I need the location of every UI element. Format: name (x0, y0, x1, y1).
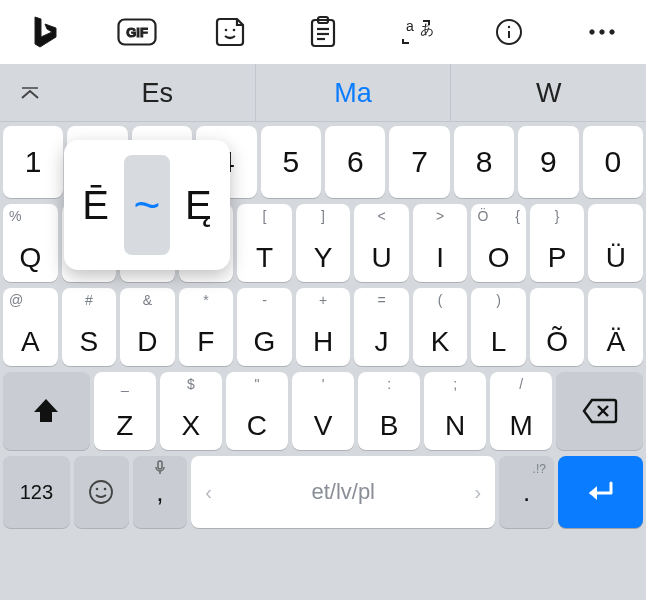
more-icon[interactable] (582, 12, 622, 52)
key-j[interactable]: =J (354, 288, 409, 366)
key-v[interactable]: 'V (292, 372, 354, 450)
key-o-tilde[interactable]: Õ (530, 288, 585, 366)
period-key[interactable]: .!? . (499, 456, 554, 528)
key-h[interactable]: +H (296, 288, 351, 366)
svg-rect-22 (158, 461, 162, 469)
bing-icon[interactable] (24, 12, 64, 52)
popup-option-1[interactable]: ~ (124, 155, 170, 255)
key-y[interactable]: ]Y (296, 204, 351, 282)
svg-point-19 (90, 481, 112, 503)
chevron-left-icon: ‹ (205, 481, 212, 504)
key-q[interactable]: %Q (3, 204, 58, 282)
svg-point-2 (225, 29, 228, 32)
suggestion-collapse[interactable] (0, 86, 60, 100)
key-a-umlaut[interactable]: Ä (588, 288, 643, 366)
backspace-key[interactable] (556, 372, 643, 450)
key-n[interactable]: ;N (424, 372, 486, 450)
key-1[interactable]: 1 (3, 126, 63, 198)
toolbar: GIF a あ (0, 0, 646, 64)
row-zxcv: _Z $X "C 'V :B ;N /M (3, 372, 643, 450)
row-asdf: @A #S &D *F -G +H =J (K )L Õ Ä (3, 288, 643, 366)
key-m[interactable]: /M (490, 372, 552, 450)
translate-icon[interactable]: a あ (396, 12, 436, 52)
key-z[interactable]: _Z (94, 372, 156, 450)
key-a[interactable]: @A (3, 288, 58, 366)
suggestion-bar: Es Ma W (0, 64, 646, 122)
popup-option-2[interactable]: Ę (175, 155, 221, 255)
info-icon[interactable] (489, 12, 529, 52)
key-o[interactable]: Ö{O (471, 204, 526, 282)
svg-point-16 (610, 30, 614, 34)
key-g[interactable]: -G (237, 288, 292, 366)
svg-point-3 (233, 29, 236, 32)
shift-icon (31, 396, 61, 426)
suggestion-0[interactable]: Es (60, 64, 255, 122)
key-7[interactable]: 7 (389, 126, 449, 198)
switch-numeric-key[interactable]: 123 (3, 456, 70, 528)
longpress-popup: Ē ~ Ę (64, 140, 230, 270)
key-k[interactable]: (K (413, 288, 468, 366)
svg-point-14 (590, 30, 594, 34)
gif-icon[interactable]: GIF (117, 12, 157, 52)
period-hint: .!? (533, 462, 546, 476)
comma-key[interactable]: , (133, 456, 188, 528)
key-s[interactable]: #S (62, 288, 117, 366)
svg-point-20 (96, 488, 99, 491)
svg-point-21 (104, 488, 107, 491)
mic-icon (133, 460, 188, 479)
key-0[interactable]: 0 (583, 126, 643, 198)
key-5[interactable]: 5 (261, 126, 321, 198)
key-l[interactable]: )L (471, 288, 526, 366)
key-p[interactable]: }P (530, 204, 585, 282)
key-b[interactable]: :B (358, 372, 420, 450)
chevron-right-icon: › (475, 481, 482, 504)
key-f[interactable]: *F (179, 288, 234, 366)
backspace-icon (582, 398, 618, 424)
key-t[interactable]: [T (237, 204, 292, 282)
key-d[interactable]: &D (120, 288, 175, 366)
shift-key[interactable] (3, 372, 90, 450)
spacebar[interactable]: ‹ et/lv/pl › (191, 456, 495, 528)
key-u[interactable]: <U (354, 204, 409, 282)
svg-text:a: a (406, 18, 414, 34)
svg-point-15 (600, 30, 604, 34)
key-6[interactable]: 6 (325, 126, 385, 198)
suggestion-2[interactable]: W (450, 64, 646, 122)
key-c[interactable]: "C (226, 372, 288, 450)
svg-point-12 (508, 26, 510, 28)
sticker-icon[interactable] (210, 12, 250, 52)
svg-text:GIF: GIF (126, 25, 148, 40)
enter-icon (583, 479, 617, 505)
clipboard-icon[interactable] (303, 12, 343, 52)
key-u-umlaut[interactable]: Ü (588, 204, 643, 282)
suggestion-1[interactable]: Ma (255, 64, 451, 122)
key-x[interactable]: $X (160, 372, 222, 450)
key-8[interactable]: 8 (454, 126, 514, 198)
spacebar-label: et/lv/pl (311, 479, 375, 505)
popup-option-0[interactable]: Ē (73, 155, 119, 255)
emoji-key[interactable] (74, 456, 129, 528)
smiley-icon (88, 479, 114, 505)
svg-text:あ: あ (420, 21, 433, 37)
key-9[interactable]: 9 (518, 126, 578, 198)
key-i[interactable]: >I (413, 204, 468, 282)
row-bottom: 123 , ‹ et/lv/pl › (3, 456, 643, 528)
enter-key[interactable] (558, 456, 643, 528)
